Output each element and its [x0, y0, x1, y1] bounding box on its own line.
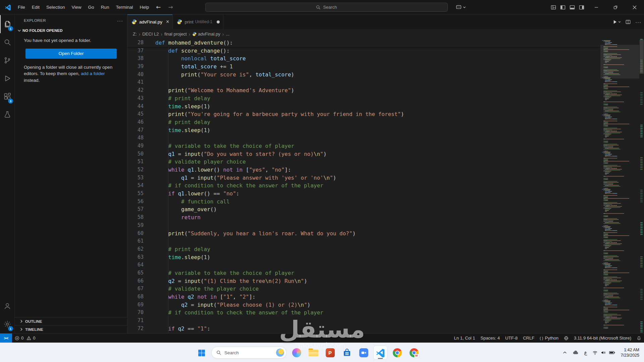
taskbar-search-box[interactable]: Search [211, 347, 286, 359]
open-folder-button[interactable]: Open Folder [25, 49, 117, 59]
interpreter-globe-icon[interactable] [561, 334, 571, 343]
onedrive-cloud-icon[interactable] [572, 349, 579, 356]
add-folder-link[interactable]: add a folder [81, 71, 105, 76]
code-line[interactable]: 46 # print delay [127, 118, 600, 126]
run-debug-activity-button[interactable] [0, 69, 14, 87]
settings-gear-button[interactable]: 1 [0, 315, 14, 333]
python-interpreter-status[interactable]: 3.11.9 64-bit (Microsoft Store) [571, 334, 634, 343]
code-line[interactable]: 71 [127, 317, 600, 325]
code-line[interactable]: 42 print("Welcome to Mohamed's Adventure… [127, 86, 600, 95]
indentation-status[interactable]: Spaces: 4 [478, 334, 502, 343]
code-line[interactable]: 53 q1 = input("Please answer with 'yes' … [127, 174, 600, 182]
menu-run[interactable]: Run [98, 0, 113, 14]
menu-view[interactable]: View [68, 0, 85, 14]
back-arrow-icon[interactable]: ← [152, 4, 164, 10]
menu-selection[interactable]: Selection [43, 0, 68, 14]
code-line[interactable]: 58 return [127, 214, 600, 222]
remote-indicator[interactable]: >< [0, 334, 12, 343]
vscode-taskbar-icon[interactable] [374, 346, 387, 359]
code-line[interactable]: 37 def score_change(): [127, 47, 600, 55]
minimize-button[interactable] [587, 0, 606, 14]
scrollbar-thumb[interactable] [640, 40, 644, 74]
code-line[interactable]: 44 time.sleep(1) [127, 103, 600, 111]
file-explorer-icon[interactable] [307, 346, 320, 359]
menu-terminal[interactable]: Terminal [112, 0, 136, 14]
problems-status[interactable]: 0 0 [12, 334, 38, 343]
notifications-bell-icon[interactable] [634, 334, 644, 343]
code-line[interactable]: 69 q2 = input("Please choose (1) or (2)\… [127, 301, 600, 309]
vscode-logo-icon[interactable] [5, 4, 11, 10]
overview-ruler[interactable] [639, 39, 644, 333]
breadcrumb-item[interactable]: final project [164, 32, 186, 37]
close-tab-icon[interactable]: × [166, 19, 169, 24]
code-line[interactable]: 39 total_score += 1 [127, 63, 600, 71]
no-folder-section-header[interactable]: NO FOLDER OPENED [15, 26, 127, 35]
toggle-secondary-sidebar-icon[interactable] [579, 5, 584, 10]
language-mode[interactable]: { } Python [537, 334, 561, 343]
code-line[interactable]: 56 # function call [127, 198, 600, 206]
code-line[interactable]: 51 # validate player choice [127, 158, 600, 166]
toggle-primary-sidebar-icon[interactable] [560, 5, 566, 10]
accounts-activity-button[interactable] [0, 297, 14, 315]
code-line[interactable]: 28def mohamed_adventure(): [127, 39, 600, 47]
chrome-icon[interactable] [390, 346, 404, 359]
code-line[interactable]: 64 [127, 261, 600, 269]
more-actions-icon[interactable]: ··· [117, 18, 123, 23]
more-actions-icon[interactable]: ··· [635, 19, 641, 25]
menu-go[interactable]: Go [85, 0, 98, 14]
code-line[interactable]: 41 [127, 78, 600, 86]
code-line[interactable]: 43 # print delay [127, 95, 600, 103]
minimap[interactable] [600, 39, 639, 333]
code-region[interactable]: 28def mohamed_adventure(): 37 def score_… [127, 39, 600, 333]
timeline-section[interactable]: TIMELINE [15, 325, 127, 333]
customize-layout-icon[interactable] [551, 5, 556, 10]
toggle-panel-icon[interactable] [570, 5, 575, 10]
restore-button[interactable] [606, 0, 625, 14]
code-line[interactable]: 40 print("Your score is", total_score) [127, 71, 600, 79]
code-line[interactable]: 55 if q1.lower() == "no": [127, 190, 600, 198]
copilot-taskbar-icon[interactable] [290, 346, 303, 359]
code-line[interactable]: 67 # validate the player choice [127, 285, 600, 293]
menu-edit[interactable]: Edit [29, 0, 43, 14]
code-line[interactable]: 50 q1 = input("Do you want to start? (ye… [127, 150, 600, 158]
code-line[interactable]: 65 # variable to take the choice of play… [127, 269, 600, 277]
search-activity-button[interactable] [0, 33, 14, 51]
microsoft-store-icon[interactable] [340, 346, 354, 359]
code-line[interactable]: 68 while q2 not in ["1", "2"]: [127, 293, 600, 301]
breadcrumb-item[interactable]: ... [226, 32, 229, 37]
breadcrumb-item[interactable]: advFinal.py [192, 32, 220, 37]
code-line[interactable]: 49 # variable to take the choice of play… [127, 142, 600, 150]
explorer-activity-button[interactable]: 1 [0, 15, 14, 33]
code-line[interactable]: 48 [127, 134, 600, 142]
source-control-activity-button[interactable] [0, 51, 14, 69]
code-line[interactable]: 52 while q1.lower() not in ["yes", "no"]… [127, 166, 600, 174]
forward-arrow-icon[interactable]: → [164, 4, 176, 10]
code-line[interactable]: 38 nonlocal total_score [127, 55, 600, 63]
taskbar-clock[interactable]: 1:42 AM 7/23/2025 [621, 347, 639, 358]
code-line[interactable]: 54 # if condition to check the answer of… [127, 182, 600, 190]
menu-file[interactable]: File [14, 0, 29, 14]
zoom-icon[interactable] [357, 346, 370, 359]
close-button[interactable] [625, 0, 644, 14]
tab-print[interactable]: printUntitled-1 [173, 14, 223, 29]
breadcrumb-item[interactable]: Z: [133, 32, 137, 37]
code-line[interactable]: 60 print("Suddenly, you hear a lion's ro… [127, 230, 600, 238]
run-python-file-button[interactable] [612, 19, 621, 24]
quick-settings[interactable] [592, 349, 615, 356]
powerpoint-icon[interactable]: P [323, 346, 337, 359]
copilot-button[interactable] [453, 3, 468, 12]
code-line[interactable]: 59 [127, 222, 600, 230]
code-line[interactable]: 66 q2 = input("(1) Climb the tree\n(2) R… [127, 277, 600, 285]
code-line[interactable]: 61 [127, 237, 600, 245]
code-line[interactable]: 72 if q2 == "1": [127, 325, 600, 333]
outline-section[interactable]: OUTLINE [15, 317, 127, 325]
split-editor-icon[interactable] [626, 19, 631, 24]
code-line[interactable]: 57 game_over() [127, 205, 600, 214]
encoding-status[interactable]: UTF-8 [502, 334, 520, 343]
code-line[interactable]: 70 # if condition to check the answer of… [127, 309, 600, 317]
code-line[interactable]: 62 # print delay [127, 245, 600, 253]
code-line[interactable]: 63 time.sleep(1) [127, 253, 600, 261]
chrome-gmail-icon[interactable]: M [407, 346, 421, 359]
menu-help[interactable]: Help [136, 0, 152, 14]
modified-indicator[interactable] [217, 20, 220, 23]
